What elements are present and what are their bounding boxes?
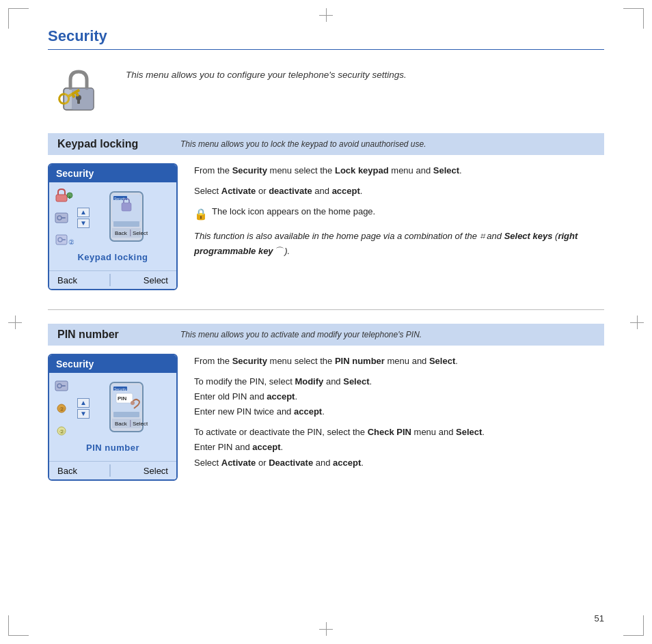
keypad-desc-italic: This function is also available in the h… [194,229,604,259]
corner-tl [8,8,29,29]
svg-text:Security: Security [114,387,127,391]
keypad-phone-mockup: Security [48,163,178,290]
keypad-icon-row2 [55,210,74,225]
pin-phone-device: Security PIN Back [94,381,171,436]
svg-rect-3 [77,98,80,104]
corner-br [623,615,644,636]
keypad-locking-section: Keypad locking This menu allows you to l… [48,133,604,290]
keypad-back-btn: Back [57,275,77,285]
svg-text:Back: Back [115,421,128,427]
pin-number-header: PIN number This menu allows you to activ… [48,324,604,346]
intro-section: This menu allows you to configure your t… [48,62,604,117]
center-right-cross [630,316,644,329]
svg-rect-47 [130,420,131,427]
pin-phone-footer: Back Select [49,461,176,479]
keypad-icon-row1 [55,188,74,203]
security-icon [48,62,109,117]
intro-text: This menu allows you to configure your t… [126,62,407,83]
keypad-phone-footer: Back Select [49,270,176,289]
svg-rect-8 [65,89,72,109]
svg-rect-25 [113,221,139,227]
svg-rect-9 [56,195,67,201]
keypad-locking-title: Keypad locking [57,138,167,150]
pin-btn-divider [109,464,111,477]
keypad-locking-header: Keypad locking This menu allows you to l… [48,133,604,155]
pin-nav-arrows: ▲ ▼ [77,398,90,419]
pin-icon-row2: ② [55,401,74,416]
svg-rect-44 [113,412,139,417]
pin-phone-label: PIN number [55,443,171,453]
svg-rect-17 [62,239,66,240]
svg-rect-11 [69,196,70,199]
svg-text:Select: Select [133,421,148,427]
keypad-phone-icons: ▲ ▼ ② [55,188,171,248]
keypad-phone-device: Security Back Select [94,191,171,245]
page-number: 51 [595,613,604,624]
pin-desc-para2: To modify the PIN, select Modify and Sel… [194,374,604,419]
svg-text:②: ② [59,406,64,412]
nav-arrows: ▲ ▼ [77,208,90,228]
keypad-icon-row3: ② [55,233,74,248]
svg-rect-14 [61,217,66,219]
pin-number-description: From the Security menu select the PIN nu… [194,354,604,481]
lock-note-icon: 🔒 [194,205,208,223]
pin-number-title: PIN number [57,328,167,341]
pin-number-desc: This menu allows you to activate and mod… [180,330,422,339]
keypad-phone-header: Security [49,165,176,182]
keypad-btn-divider [109,274,111,286]
svg-text:Select: Select [133,230,148,236]
pin-icon-row1 [55,378,74,393]
svg-text:Back: Back [115,230,128,236]
svg-rect-24 [122,203,131,211]
pin-phone-mockup: Security [48,354,178,481]
pin-icon-row3: ② [55,423,74,438]
keypad-phone-label: Keypad locking [55,252,171,262]
pin-desc-para1: From the Security menu select the PIN nu… [194,354,604,369]
center-bottom-cross [319,622,333,636]
pin-select-btn: Select [144,466,168,476]
svg-text:PIN: PIN [118,395,127,402]
page-title: Security [48,27,604,50]
keypad-select-btn: Select [144,275,168,285]
section-divider [48,309,604,310]
pin-back-btn: Back [57,466,77,476]
svg-text:②: ② [68,238,74,246]
svg-point-43 [131,401,135,405]
keypad-phone-icons-col: ▲ ▼ ② [55,188,90,248]
keypad-locking-content: Security [48,163,604,290]
keypad-desc-note: 🔒 The lock icon appears on the home page… [194,204,604,223]
page: Security [0,0,652,644]
keypad-locking-description: From the Security menu select the Lock k… [194,163,604,290]
pin-phone-icons-col: ② ▲ ▼ [55,378,90,438]
keypad-desc-para2: Select Activate or deactivate and accept… [194,184,604,199]
pin-number-section: PIN number This menu allows you to activ… [48,324,604,481]
keypad-desc-para1: From the Security menu select the Lock k… [194,163,604,178]
pin-phone-icons: ② ▲ ▼ [55,378,171,438]
svg-text:②: ② [59,429,64,435]
center-left-cross [8,316,22,329]
pin-phone-header: Security [49,355,176,373]
keypad-phone-body: ▲ ▼ ② [49,182,176,270]
corner-bl [8,615,29,636]
keypad-locking-desc: This menu allows you to lock the keypad … [180,139,426,149]
corner-tr [623,8,644,29]
pin-phone-body: ② ▲ ▼ [49,373,176,461]
pin-number-content: Security [48,354,604,481]
center-top-cross [319,8,333,22]
svg-rect-32 [61,385,66,387]
svg-rect-28 [130,229,131,236]
pin-desc-para3: To activate or deactivate the PIN, selec… [194,425,604,470]
